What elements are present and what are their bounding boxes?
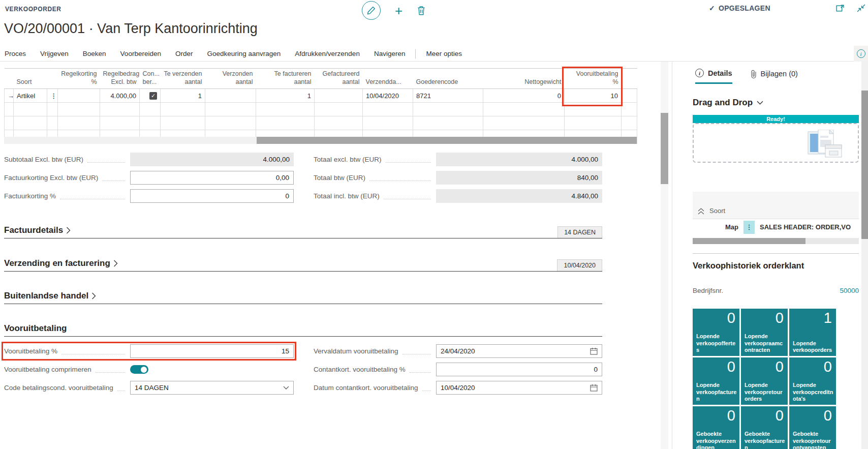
cell-te-verzenden[interactable]: 1 [161,89,205,103]
field-label: Totaal incl. btw (EUR) [314,192,380,200]
section-header-buitenlandse[interactable]: Buitenlandse handel [4,291,96,301]
scrollbar-thumb[interactable] [257,137,637,144]
cell-soort[interactable]: Artikel [14,89,47,103]
cell-goederencode[interactable]: 8721 [413,89,483,103]
sort-column-header[interactable]: Soort [709,207,725,215]
column-header-regelkorting[interactable]: Regelkorting % [58,69,100,89]
menu-item-order[interactable]: Order [168,50,200,57]
dragdrop-header[interactable]: Drag and Drop [693,98,763,108]
vervaldatum-input[interactable]: 24/04/2020 [436,344,602,358]
cue-tile-lopende-verkoopretourorders[interactable]: 0Lopende verkoopretourorders [741,357,788,405]
factuurdetails-summary-badge[interactable]: 14 DAGEN [557,226,602,238]
cell-verzonden[interactable] [205,89,256,103]
empty-line-row[interactable] [5,116,637,130]
cell-verzenddatum[interactable]: 10/04/2020 [363,89,413,103]
open-in-new-window-icon[interactable] [836,4,845,12]
dotted-leader [61,348,125,354]
row-ellipsis-icon[interactable]: ⋮ [743,221,755,234]
menu-item-voorbereiden[interactable]: Voorbereiden [113,50,168,57]
menu-item-boeken[interactable]: Boeken [76,50,113,57]
delete-trash-icon[interactable] [417,6,426,16]
betalingscond-select[interactable]: 14 DAGEN [130,381,294,395]
dotted-leader [369,174,431,181]
cue-tile-geboekte-verkoopverzendingen[interactable]: 0Geboekte verkoopverzendingen [693,406,739,449]
cue-tile-lopende-verkoopfacturen[interactable]: 0Lopende verkoopfacturen [693,357,739,405]
datum-contantkort-input[interactable]: 10/04/2020 [436,381,602,395]
cue-tile-lopende-verkoopcreditnotas[interactable]: 0Lopende verkoopcreditnota's [789,357,836,405]
tab-details[interactable]: i Details [695,69,732,84]
column-header-verzenddatum[interactable]: Verzendda... [363,69,413,89]
column-header-goederencode[interactable]: Goederencode [413,69,483,89]
collapse-chevrons-icon[interactable] [698,208,704,215]
cell-con-ber[interactable]: ✓ [140,89,161,103]
empty-line-row[interactable] [5,103,637,116]
calendar-icon[interactable] [590,384,598,392]
scrollbar-thumb[interactable] [661,113,668,184]
info-icon[interactable]: i [857,49,865,58]
section-header-verzending[interactable]: Verzending en facturering [4,258,118,268]
cell-regelkorting[interactable] [58,89,100,103]
menu-item-goedkeuring[interactable]: Goedkeuring aanvragen [200,50,288,57]
column-header-nettogewicht[interactable]: Nettogewicht [483,69,565,89]
calendar-icon[interactable] [590,347,598,355]
row-ellipsis-icon[interactable]: ⋮ [47,89,58,103]
section-buitenlandse-handel: Buitenlandse handel [4,291,602,304]
column-header-empty-end [622,69,637,89]
cell-nettogewicht[interactable]: 0 [483,89,565,103]
column-header-con-ber[interactable]: Con... ber... [140,69,161,89]
menu-item-proces[interactable]: Proces [0,50,33,57]
link-type-label[interactable]: Map [693,223,743,231]
column-header-vooruitbetaling-pct[interactable]: Vooruitbetaling % [565,69,622,89]
column-header-te-factureren[interactable]: Te factureren aantal [256,69,315,89]
cell-regelbedrag[interactable]: 4.000,00 [100,89,140,103]
link-target-value[interactable]: SALES HEADER: ORDER,VO [755,223,851,231]
menu-item-meer-opties[interactable]: Meer opties [419,50,469,57]
field-label: Vooruitbetaling % [4,347,57,355]
dragdrop-zone[interactable] [693,123,859,163]
cue-tile-lopende-verkoopoffertes[interactable]: 0Lopende verkoopoffertes [693,309,739,356]
subtotaal-value: 4.000,00 [130,153,294,166]
menu-item-vrijgeven[interactable]: Vrijgeven [33,50,76,57]
tab-bijlagen[interactable]: Bijlagen (0) [751,69,798,84]
column-header-te-verzenden[interactable]: Te verzenden aantal [161,69,205,89]
field-totaal-incl: Totaal incl. btw (EUR) 4.840,00 [314,189,602,203]
factuurkorting-pct-input[interactable]: 0 [130,189,294,203]
action-menu-bar: Proces Vrijgeven Boeken Voorbereiden Ord… [0,46,868,62]
verzending-summary-badge[interactable]: 10/04/2020 [557,259,602,271]
minimize-page-icon[interactable] [857,4,865,12]
cue-tile-lopende-verkoopraamcontracten[interactable]: 0Lopende verkoopraamcontracten [741,309,788,356]
cell-vooruitbetaling-pct[interactable]: 10 [565,89,622,103]
add-icon[interactable]: + [395,4,402,17]
lines-horizontal-scrollbar[interactable] [4,137,637,144]
section-header-vooruitbetaling[interactable]: Vooruitbetaling [4,323,67,334]
scrollbar-thumb[interactable] [693,238,805,244]
contantkort-pct-input[interactable]: 0 [436,363,602,376]
comprimeren-toggle-on[interactable] [130,365,148,374]
column-header-gefactureerd[interactable]: Gefactureerd aantal [315,69,363,89]
section-header-factuurdetails[interactable]: Factuurdetails [4,225,71,235]
content-vertical-scrollbar[interactable] [661,62,668,449]
field-vooruitbetaling-pct: Vooruitbetaling % 15 [4,344,294,358]
edit-pencil-icon[interactable] [362,1,381,20]
page-vertical-scrollbar[interactable] [861,62,868,449]
factuurkorting-bedrag-input[interactable]: 0,00 [130,171,294,185]
bedrijfsnr-link[interactable]: 50000 [840,287,859,294]
cell-gefactureerd[interactable] [315,89,363,103]
vooruitbetaling-pct-input[interactable]: 15 [130,344,294,358]
column-header-soort[interactable]: Soort [14,69,47,89]
cue-tile-lopende-verkooporders[interactable]: 1Lopende verkooporders [789,309,836,356]
dotted-leader [117,384,125,391]
dotted-leader [386,156,431,162]
menu-item-navigeren[interactable]: Navigeren [367,50,413,57]
column-header-regelbedrag[interactable]: Regelbedrag Excl. btw [100,69,140,89]
cue-tile-geboekte-verkoopfacturen[interactable]: 0Geboekte verkoopfacturen [741,406,788,449]
scrollbar-thumb[interactable] [861,91,868,239]
column-header-verzonden[interactable]: Verzonden aantal [205,69,256,89]
field-totaal-excl: Totaal excl. btw (EUR) 4.000,00 [314,153,602,166]
totaal-incl-value: 4.840,00 [436,189,602,203]
checkbox-checked-icon[interactable]: ✓ [149,92,157,100]
cell-te-factureren[interactable]: 1 [256,89,315,103]
menu-item-afdrukken[interactable]: Afdrukken/verzenden [288,50,367,57]
cue-tile-geboekte-verkoopretour-ontvangsten[interactable]: 0Geboekte verkoopretour ontvangsten [789,406,836,449]
card-horizontal-scrollbar[interactable] [693,238,859,244]
